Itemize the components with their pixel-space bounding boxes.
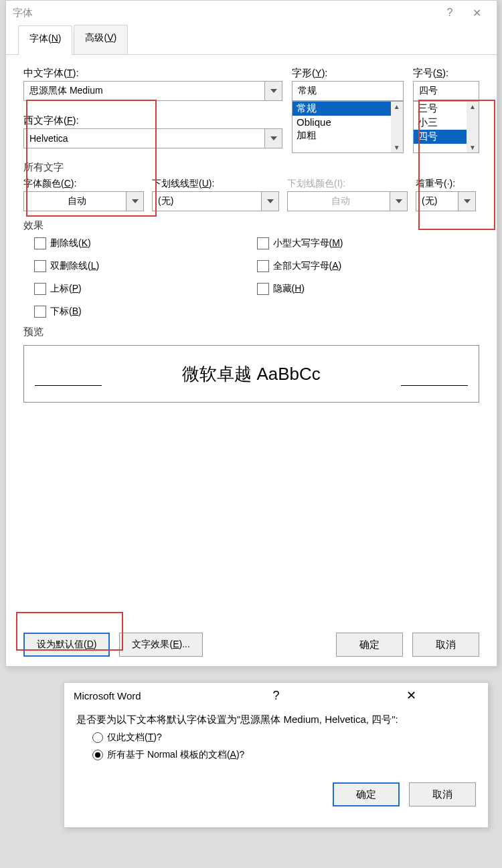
confirm-footer: 确定 取消 — [64, 776, 488, 813]
cancel-button[interactable]: 取消 — [412, 633, 479, 657]
effects-label: 效果 — [23, 219, 479, 232]
checkbox-icon — [257, 260, 269, 272]
confirm-titlebar: Microsoft Word ? ✕ — [64, 683, 488, 708]
style-label: 字形(Y): — [292, 67, 404, 80]
confirm-message: 是否要为以下文本将默认字体设置为"思源黑体 Medium, Helvetica,… — [76, 714, 476, 726]
radio-icon — [92, 732, 103, 743]
checkbox-icon — [257, 283, 269, 295]
checkbox-double-strikethrough[interactable]: 双删除线(L) — [34, 260, 257, 272]
chinese-font-label: 中文字体(T): — [23, 67, 282, 80]
checkbox-superscript[interactable]: 上标(P) — [34, 283, 257, 295]
tabs: 字体(N) 高级(V) — [6, 25, 497, 55]
radio-all-docs[interactable]: 所有基于 Normal 模板的文档(A)? — [92, 749, 476, 761]
checkbox-hidden[interactable]: 隐藏(H) — [257, 283, 480, 295]
size-label: 字号(S): — [413, 67, 479, 80]
confirm-title-text: Microsoft Word — [74, 690, 209, 701]
checkbox-icon — [34, 306, 46, 318]
checkbox-icon — [257, 237, 269, 249]
close-icon[interactable]: ✕ — [463, 7, 490, 19]
confirm-ok-button[interactable]: 确定 — [333, 782, 400, 806]
chevron-down-icon[interactable] — [264, 82, 282, 100]
list-item[interactable]: 常规 — [292, 102, 403, 116]
underline-style-combo[interactable]: (无) — [152, 191, 279, 211]
dialog-title: 字体 — [13, 7, 436, 19]
checkbox-icon — [34, 237, 46, 249]
chevron-down-icon[interactable] — [261, 192, 278, 211]
tab-advanced[interactable]: 高级(V) — [74, 25, 128, 54]
underline-color-combo: 自动 — [287, 191, 408, 211]
preview-text: 微软卓越 AaBbCc — [182, 362, 321, 386]
scrollbar[interactable]: ▲▼ — [391, 102, 403, 152]
confirm-dialog: Microsoft Word ? ✕ 是否要为以下文本将默认字体设置为"思源黑体… — [64, 682, 489, 828]
highlight-annotation — [26, 100, 157, 217]
list-item[interactable]: 加粗 — [292, 128, 403, 142]
chevron-down-icon[interactable] — [264, 129, 282, 148]
underline-color-label: 下划线颜色(I): — [287, 178, 408, 190]
chinese-font-combo[interactable]: 思源黑体 Medium — [23, 81, 282, 101]
checkbox-subscript[interactable]: 下标(B) — [34, 306, 257, 318]
confirm-cancel-button[interactable]: 取消 — [409, 782, 476, 806]
list-item[interactable]: Oblique — [292, 116, 403, 128]
radio-icon — [92, 750, 103, 760]
tab-font[interactable]: 字体(N) — [18, 25, 72, 55]
checkbox-all-caps[interactable]: 全部大写字母(A) — [257, 260, 480, 272]
titlebar: 字体 ? ✕ — [6, 1, 497, 25]
style-listbox[interactable]: 常规 Oblique 加粗 ▲▼ — [292, 101, 404, 153]
checkbox-icon — [34, 283, 46, 295]
underline-style-label: 下划线线型(U): — [152, 178, 279, 190]
help-icon[interactable]: ? — [209, 689, 344, 703]
confirm-body: 是否要为以下文本将默认字体设置为"思源黑体 Medium, Helvetica,… — [64, 708, 488, 776]
help-icon[interactable]: ? — [436, 7, 463, 19]
checkbox-strikethrough[interactable]: 删除线(K) — [34, 237, 257, 249]
chinese-font-value: 思源黑体 Medium — [29, 85, 103, 97]
radio-this-doc[interactable]: 仅此文档(T)? — [92, 732, 476, 744]
highlight-annotation — [16, 612, 123, 651]
checkbox-icon — [34, 260, 46, 272]
highlight-annotation — [418, 100, 495, 230]
text-effects-button[interactable]: 文字效果(E)... — [119, 633, 202, 657]
preview-box: 微软卓越 AaBbCc — [23, 345, 479, 403]
preview-line — [35, 385, 102, 386]
ok-button[interactable]: 确定 — [336, 633, 403, 657]
style-input[interactable]: 常规 — [292, 81, 404, 101]
font-dialog: 字体 ? ✕ 字体(N) 高级(V) 中文字体(T): 思源黑体 Medium … — [5, 0, 497, 667]
checkbox-small-caps[interactable]: 小型大写字母(M) — [257, 237, 480, 249]
close-icon[interactable]: ✕ — [343, 688, 479, 703]
size-input[interactable]: 四号 — [413, 81, 479, 101]
chevron-down-icon — [390, 192, 407, 211]
preview-label: 预览 — [23, 326, 479, 338]
preview-line — [401, 385, 468, 386]
